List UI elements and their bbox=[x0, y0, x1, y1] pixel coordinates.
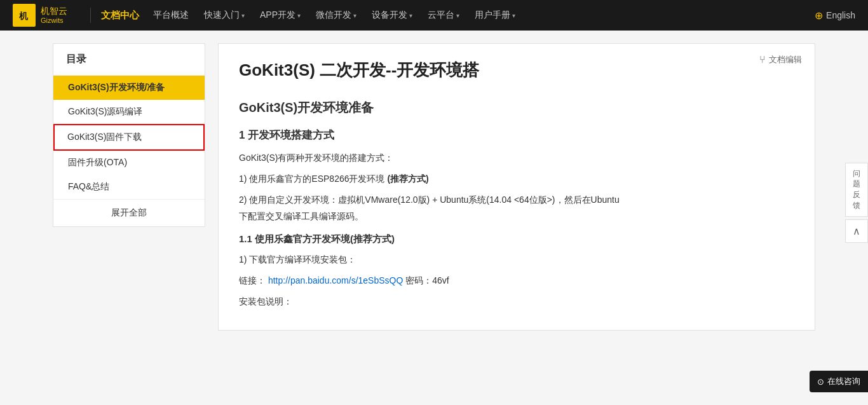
nav-item-quickstart[interactable]: 快速入门▾ bbox=[196, 0, 252, 31]
chevron-down-icon: ▾ bbox=[512, 12, 515, 19]
nav-doc-center[interactable]: 文档中心 bbox=[101, 10, 139, 22]
nav-item-platform[interactable]: 平台概述 bbox=[146, 0, 196, 31]
sidebar-item-env[interactable]: GoKit3(S)开发环境/准备 bbox=[53, 76, 205, 100]
right-widgets: 问题 反馈 ∧ bbox=[845, 162, 868, 242]
feedback-button[interactable]: 问题 反馈 bbox=[845, 162, 868, 216]
globe-icon: ⊕ bbox=[815, 10, 823, 22]
nav-item-manual[interactable]: 用户手册▾ bbox=[467, 0, 523, 31]
nav-english[interactable]: ⊕ English bbox=[815, 10, 855, 22]
chevron-down-icon: ▾ bbox=[353, 12, 356, 19]
sub-sub-heading-11: 1.1 使用乐鑫官方开发环境(推荐方式) bbox=[239, 233, 794, 245]
dev-intro-text: GoKit3(S)有两种开发环境的搭建方式： bbox=[239, 150, 794, 166]
top-navigation: 机 机智云 Gizwits 文档中心 平台概述 快速入门▾ APP开发▾ 微信开… bbox=[0, 0, 868, 31]
step1-text: 1) 下载官方编译环境安装包： bbox=[239, 252, 794, 268]
nav-item-wechat[interactable]: 微信开发▾ bbox=[308, 0, 364, 31]
sidebar-item-firmware[interactable]: GoKit3(S)固件下载 bbox=[53, 124, 205, 151]
chevron-down-icon: ▾ bbox=[456, 12, 459, 19]
doc-edit-button[interactable]: ⑂ 文档编辑 bbox=[759, 54, 802, 65]
main-content: ⑂ 文档编辑 GoKit3(S) 二次开发--开发环境搭 GoKit3(S)开发… bbox=[218, 43, 815, 331]
chevron-down-icon: ▾ bbox=[241, 12, 245, 19]
nav-item-cloud[interactable]: 云平台▾ bbox=[420, 0, 467, 31]
sidebar-item-ota[interactable]: 固件升级(OTA) bbox=[53, 151, 205, 175]
option2-text: 2) 使用自定义开发环境：虚拟机VMware(12.0版) + Ubuntu系统… bbox=[239, 192, 794, 224]
sidebar-item-faq[interactable]: FAQ&总结 bbox=[53, 175, 205, 199]
page-title: GoKit3(S) 二次开发--开发环境搭 bbox=[239, 59, 794, 81]
section-gokit-heading: GoKit3(S)开发环境准备 bbox=[239, 99, 794, 116]
sidebar: 目录 GoKit3(S)开发环境/准备 GoKit3(S)源码编译 GoKit3… bbox=[53, 43, 205, 227]
chevron-down-icon: ▾ bbox=[297, 12, 301, 19]
scroll-top-button[interactable]: ∧ bbox=[845, 219, 868, 243]
sub-heading-1: 1 开发环境搭建方式 bbox=[239, 128, 794, 142]
recommended-label: (推荐方式) bbox=[387, 174, 428, 184]
nav-items: 平台概述 快速入门▾ APP开发▾ 微信开发▾ 设备开发▾ 云平台▾ 用户手册▾ bbox=[146, 0, 523, 31]
sidebar-title: 目录 bbox=[53, 44, 205, 76]
chevron-down-icon: ▾ bbox=[409, 12, 412, 19]
logo-icon: 机 bbox=[13, 4, 36, 27]
nav-divider bbox=[90, 8, 91, 23]
svg-text:机: 机 bbox=[18, 11, 29, 21]
nav-item-app[interactable]: APP开发▾ bbox=[252, 0, 308, 31]
page-container: 目录 GoKit3(S)开发环境/准备 GoKit3(S)源码编译 GoKit3… bbox=[53, 31, 815, 343]
octocat-icon: ⑂ bbox=[759, 54, 766, 65]
nav-item-device[interactable]: 设备开发▾ bbox=[364, 0, 420, 31]
baidu-link[interactable]: http://pan.baidu.com/s/1eSbSsQQ bbox=[268, 275, 403, 285]
logo-text: 机智云 Gizwits bbox=[41, 6, 67, 25]
option1-text: 1) 使用乐鑫官方的ESP8266开发环境 (推荐方式) bbox=[239, 171, 794, 187]
sidebar-item-compile[interactable]: GoKit3(S)源码编译 bbox=[53, 100, 205, 124]
install-note-text: 安装包说明： bbox=[239, 294, 794, 310]
sidebar-expand-button[interactable]: 展开全部 bbox=[53, 199, 205, 226]
link-line: 链接： http://pan.baidu.com/s/1eSbSsQQ 密码：4… bbox=[239, 273, 794, 289]
logo[interactable]: 机 机智云 Gizwits bbox=[13, 4, 67, 27]
